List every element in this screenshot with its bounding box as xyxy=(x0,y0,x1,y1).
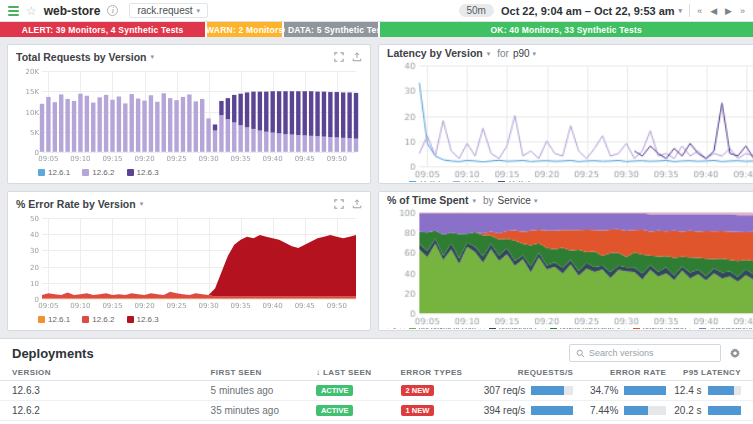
nav-fast-back-icon[interactable]: « xyxy=(697,6,702,16)
search-icon xyxy=(576,349,585,358)
chart-card-total-requests: Total Requests by Version ▾ 12.6.112.6.2… xyxy=(7,44,371,184)
star-icon[interactable]: ☆ xyxy=(26,5,37,17)
nav-forward-icon[interactable]: ▶ xyxy=(725,6,732,16)
p95-latency-value: 20.2 s xyxy=(674,405,701,416)
chevron-down-icon: ▾ xyxy=(679,7,683,14)
monitor-status-bar: ALERT: 39 Monitors, 4 Synthetic Tests WA… xyxy=(0,22,753,37)
group-by-selector[interactable]: Service ▾ xyxy=(498,195,538,206)
col-error-types[interactable]: ERROR TYPES xyxy=(397,365,480,380)
deployments-title: Deployments xyxy=(12,346,561,361)
p95-latency-bar xyxy=(708,386,741,395)
error-rate-value: 34.7% xyxy=(590,385,618,396)
status-segment-warn[interactable]: WARN: 2 Monitors xyxy=(207,22,282,37)
legend-label: 12.6.1 xyxy=(48,315,70,324)
error-types-badge[interactable]: 1 NEW xyxy=(401,405,435,417)
legend-item[interactable]: 12.6.1 xyxy=(38,168,70,177)
legend-swatch xyxy=(38,169,45,176)
chart-card-time-spent: % of Time Spent ▾ by Service ▾ sapi.paym… xyxy=(378,191,753,331)
version-cell[interactable]: 12.6.2 xyxy=(0,400,207,420)
table-row[interactable]: 12.6.2 35 minutes ago ACTIVE 1 NEW 394 r… xyxy=(0,400,753,420)
time-spent-chart[interactable] xyxy=(387,206,753,328)
col-last-seen[interactable]: ↓ LAST SEEN xyxy=(312,365,397,380)
chart-title: % Error Rate by Version xyxy=(16,198,136,210)
chart-connector-label: for xyxy=(497,48,509,59)
menu-icon[interactable] xyxy=(8,6,19,16)
latency-chart[interactable] xyxy=(387,59,753,181)
status-label: ALERT: 39 Monitors, 4 Synthetic Tests xyxy=(22,25,184,35)
legend-label: 12.6.3 xyxy=(137,315,159,324)
status-label: WARN: 2 Monitors xyxy=(207,25,282,35)
requests-value: 307 req/s xyxy=(484,385,526,396)
info-icon[interactable]: i xyxy=(107,5,118,16)
legend-item[interactable]: 12.6.2 xyxy=(82,315,114,324)
legend-item[interactable]: 12.6.1 xyxy=(38,315,70,324)
p95-latency-bar xyxy=(708,406,741,415)
legend-swatch xyxy=(127,169,134,176)
time-nav: « ◀ ▶ » xyxy=(697,6,745,16)
charts-grid: Total Requests by Version ▾ 12.6.112.6.2… xyxy=(0,37,753,338)
legend-item[interactable]: 12.6.2 xyxy=(82,168,114,177)
col-error-rate[interactable]: ERROR RATE xyxy=(577,365,670,380)
search-input[interactable] xyxy=(589,348,711,358)
col-last-seen-label: LAST SEEN xyxy=(323,368,372,377)
deployments-table: VERSION FIRST SEEN ↓ LAST SEEN ERROR TYP… xyxy=(0,365,753,421)
group-by-selector-label: Service xyxy=(498,195,531,206)
percentile-selector[interactable]: p90 ▾ xyxy=(513,48,536,59)
table-row[interactable]: 12.6.3 5 minutes ago ACTIVE 2 NEW 307 re… xyxy=(0,380,753,400)
col-p95-latency[interactable]: P95 LATENCY xyxy=(670,365,753,380)
deployments-section: Deployments VERSION FIRST SEEN ↓ LAST SE… xyxy=(0,338,753,424)
export-icon[interactable] xyxy=(352,199,362,209)
chart-connector-label: by xyxy=(483,195,494,206)
error-rate-bar xyxy=(624,406,666,415)
chevron-down-icon[interactable]: ▾ xyxy=(472,197,476,204)
metric-selector[interactable]: rack.request ▾ xyxy=(129,3,208,18)
requests-bar xyxy=(531,386,573,395)
status-label: OK: 40 Monitors, 33 Synthetic Tests xyxy=(491,25,642,35)
expand-icon[interactable] xyxy=(334,52,344,62)
metric-selector-label: rack.request xyxy=(137,5,192,16)
status-badge: ACTIVE xyxy=(316,405,354,417)
time-duration-pill[interactable]: 50m xyxy=(459,4,494,17)
chevron-down-icon[interactable]: ▾ xyxy=(140,200,144,207)
legend-label: 12.6.2 xyxy=(92,168,114,177)
col-requests[interactable]: REQUESTS/S xyxy=(479,365,577,380)
nav-fast-forward-icon[interactable]: » xyxy=(740,6,745,16)
page-title: web-store xyxy=(44,4,101,18)
status-segment-ok[interactable]: OK: 40 Monitors, 33 Synthetic Tests xyxy=(380,22,753,37)
col-version[interactable]: VERSION xyxy=(0,365,207,380)
expand-icon[interactable] xyxy=(334,199,344,209)
p95-latency-value: 12.4 s xyxy=(674,385,701,396)
status-badge: ACTIVE xyxy=(316,385,354,397)
error-rate-bar xyxy=(624,386,666,395)
chevron-down-icon[interactable]: ▾ xyxy=(151,53,155,60)
time-range-label: Oct 22, 9:04 am – Oct 22, 9:53 am xyxy=(501,5,675,17)
table-header-row: VERSION FIRST SEEN ↓ LAST SEEN ERROR TYP… xyxy=(0,365,753,380)
export-icon[interactable] xyxy=(352,52,362,62)
divider xyxy=(689,4,690,17)
legend-item[interactable]: 12.6.3 xyxy=(127,168,159,177)
chart-title: % of Time Spent xyxy=(387,194,468,206)
time-range-selector[interactable]: Oct 22, 9:04 am – Oct 22, 9:53 am ▾ xyxy=(501,5,682,17)
chevron-down-icon[interactable]: ▾ xyxy=(487,50,491,57)
col-first-seen[interactable]: FIRST SEEN xyxy=(207,365,312,380)
chevron-down-icon: ▾ xyxy=(533,50,537,57)
legend-swatch xyxy=(127,316,134,323)
legend-swatch xyxy=(82,169,89,176)
version-cell[interactable]: 12.6.3 xyxy=(0,380,207,400)
chevron-down-icon: ▾ xyxy=(196,7,200,14)
search-box xyxy=(569,344,721,362)
total-requests-chart[interactable] xyxy=(16,66,362,164)
nav-back-icon[interactable]: ◀ xyxy=(710,6,717,16)
error-rate-value: 7.44% xyxy=(590,405,618,416)
error-rate-chart[interactable] xyxy=(16,213,362,311)
status-segment-nodata[interactable]: NO DATA: 5 Synthetic Tests xyxy=(284,22,377,37)
gear-icon[interactable] xyxy=(729,347,741,359)
legend-swatch xyxy=(82,316,89,323)
requests-bar xyxy=(531,406,573,415)
error-types-badge[interactable]: 2 NEW xyxy=(401,385,435,397)
legend-item[interactable]: 12.6.3 xyxy=(127,315,159,324)
status-segment-alert[interactable]: ALERT: 39 Monitors, 4 Synthetic Tests xyxy=(0,22,205,37)
chart-legend: 12.6.112.6.212.6.3 xyxy=(16,311,362,327)
legend-label: 12.6.3 xyxy=(137,168,159,177)
chart-card-latency: Latency by Version ▾ for p90 ▾ 12.6.112.… xyxy=(378,44,753,184)
